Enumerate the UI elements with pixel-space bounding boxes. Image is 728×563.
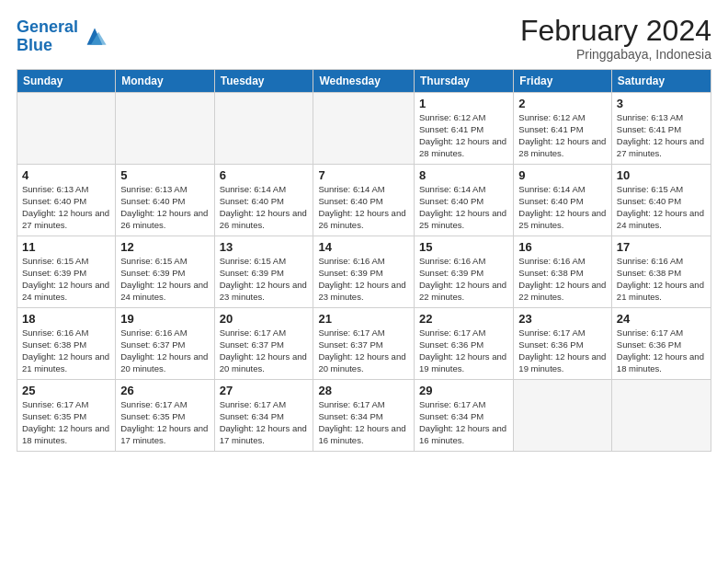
logo-text-line2: Blue	[17, 37, 78, 55]
calendar-day-cell: 19Sunrise: 6:16 AMSunset: 6:37 PMDayligh…	[116, 308, 214, 380]
day-info: Sunrise: 6:16 AMSunset: 6:39 PMDaylight:…	[419, 256, 508, 303]
subtitle: Pringgabaya, Indonesia	[520, 47, 711, 62]
day-info: Sunrise: 6:17 AMSunset: 6:36 PMDaylight:…	[518, 327, 607, 374]
weekday-header-row: SundayMondayTuesdayWednesdayThursdayFrid…	[17, 70, 711, 93]
calendar-day-cell: 8Sunrise: 6:14 AMSunset: 6:40 PMDaylight…	[415, 165, 514, 236]
calendar-day-cell: 28Sunrise: 6:17 AMSunset: 6:34 PMDayligh…	[313, 380, 415, 452]
day-number: 24	[617, 312, 706, 326]
calendar-week-row: 4Sunrise: 6:13 AMSunset: 6:40 PMDaylight…	[17, 165, 711, 236]
calendar-day-cell: 16Sunrise: 6:16 AMSunset: 6:38 PMDayligh…	[514, 236, 612, 308]
calendar-day-cell: 5Sunrise: 6:13 AMSunset: 6:40 PMDaylight…	[116, 165, 214, 236]
day-number: 11	[22, 240, 110, 254]
calendar-day-cell: 27Sunrise: 6:17 AMSunset: 6:34 PMDayligh…	[214, 380, 313, 452]
day-number: 21	[318, 312, 409, 326]
day-info: Sunrise: 6:16 AMSunset: 6:39 PMDaylight:…	[318, 256, 409, 303]
day-number: 25	[22, 384, 110, 397]
calendar-day-cell: 23Sunrise: 6:17 AMSunset: 6:36 PMDayligh…	[514, 308, 612, 380]
day-number: 7	[318, 168, 409, 182]
calendar-day-cell: 25Sunrise: 6:17 AMSunset: 6:35 PMDayligh…	[17, 380, 116, 452]
header: General Blue February 2024 Pringgabaya, …	[17, 15, 711, 62]
calendar-day-cell: 21Sunrise: 6:17 AMSunset: 6:37 PMDayligh…	[313, 308, 415, 380]
day-info: Sunrise: 6:14 AMSunset: 6:40 PMDaylight:…	[419, 184, 508, 231]
day-number: 20	[220, 312, 309, 326]
calendar-day-cell	[116, 93, 214, 165]
day-number: 9	[518, 168, 607, 182]
day-info: Sunrise: 6:14 AMSunset: 6:40 PMDaylight:…	[518, 184, 607, 231]
calendar-day-cell: 20Sunrise: 6:17 AMSunset: 6:37 PMDayligh…	[214, 308, 313, 380]
day-info: Sunrise: 6:15 AMSunset: 6:40 PMDaylight:…	[617, 184, 706, 231]
calendar-day-cell: 11Sunrise: 6:15 AMSunset: 6:39 PMDayligh…	[17, 236, 116, 308]
calendar-day-cell: 26Sunrise: 6:17 AMSunset: 6:35 PMDayligh…	[116, 380, 214, 452]
day-info: Sunrise: 6:16 AMSunset: 6:38 PMDaylight:…	[518, 256, 607, 303]
day-number: 5	[120, 168, 209, 182]
day-number: 26	[120, 384, 209, 397]
day-info: Sunrise: 6:13 AMSunset: 6:40 PMDaylight:…	[120, 184, 209, 231]
calendar-day-cell: 18Sunrise: 6:16 AMSunset: 6:38 PMDayligh…	[17, 308, 116, 380]
calendar-day-cell: 1Sunrise: 6:12 AMSunset: 6:41 PMDaylight…	[415, 93, 514, 165]
day-info: Sunrise: 6:17 AMSunset: 6:34 PMDaylight:…	[419, 399, 508, 446]
day-number: 29	[419, 384, 508, 397]
day-info: Sunrise: 6:17 AMSunset: 6:34 PMDaylight:…	[318, 399, 409, 446]
calendar-day-cell: 12Sunrise: 6:15 AMSunset: 6:39 PMDayligh…	[116, 236, 214, 308]
day-number: 4	[22, 168, 110, 182]
day-info: Sunrise: 6:17 AMSunset: 6:35 PMDaylight:…	[120, 399, 209, 446]
day-info: Sunrise: 6:12 AMSunset: 6:41 PMDaylight:…	[419, 112, 508, 159]
day-info: Sunrise: 6:15 AMSunset: 6:39 PMDaylight:…	[120, 256, 209, 303]
weekday-header-cell: Sunday	[17, 70, 116, 93]
day-number: 23	[518, 312, 607, 326]
calendar-body: 1Sunrise: 6:12 AMSunset: 6:41 PMDaylight…	[17, 93, 711, 452]
day-info: Sunrise: 6:15 AMSunset: 6:39 PMDaylight:…	[22, 256, 110, 303]
logo-icon	[82, 24, 108, 50]
calendar-day-cell: 2Sunrise: 6:12 AMSunset: 6:41 PMDaylight…	[514, 93, 612, 165]
day-number: 27	[220, 384, 309, 397]
day-number: 17	[617, 240, 706, 254]
calendar-day-cell: 3Sunrise: 6:13 AMSunset: 6:41 PMDaylight…	[611, 93, 711, 165]
day-info: Sunrise: 6:14 AMSunset: 6:40 PMDaylight:…	[220, 184, 309, 231]
day-number: 12	[120, 240, 209, 254]
day-number: 13	[220, 240, 309, 254]
day-number: 1	[419, 97, 508, 110]
day-info: Sunrise: 6:17 AMSunset: 6:37 PMDaylight:…	[220, 327, 309, 374]
calendar-day-cell	[17, 93, 116, 165]
weekday-header-cell: Monday	[116, 70, 214, 93]
day-info: Sunrise: 6:15 AMSunset: 6:39 PMDaylight:…	[220, 256, 309, 303]
day-info: Sunrise: 6:13 AMSunset: 6:41 PMDaylight:…	[617, 112, 706, 159]
day-info: Sunrise: 6:16 AMSunset: 6:38 PMDaylight:…	[617, 256, 706, 303]
day-info: Sunrise: 6:17 AMSunset: 6:34 PMDaylight:…	[220, 399, 309, 446]
day-number: 3	[617, 97, 706, 110]
day-info: Sunrise: 6:17 AMSunset: 6:37 PMDaylight:…	[318, 327, 409, 374]
calendar-day-cell: 15Sunrise: 6:16 AMSunset: 6:39 PMDayligh…	[415, 236, 514, 308]
calendar-week-row: 25Sunrise: 6:17 AMSunset: 6:35 PMDayligh…	[17, 380, 711, 452]
calendar-table: SundayMondayTuesdayWednesdayThursdayFrid…	[17, 69, 711, 452]
calendar-day-cell: 10Sunrise: 6:15 AMSunset: 6:40 PMDayligh…	[611, 165, 711, 236]
weekday-header-cell: Wednesday	[313, 70, 415, 93]
day-info: Sunrise: 6:17 AMSunset: 6:35 PMDaylight:…	[22, 399, 110, 446]
day-info: Sunrise: 6:17 AMSunset: 6:36 PMDaylight:…	[617, 327, 706, 374]
day-number: 15	[419, 240, 508, 254]
calendar-day-cell: 17Sunrise: 6:16 AMSunset: 6:38 PMDayligh…	[611, 236, 711, 308]
weekday-header-cell: Tuesday	[214, 70, 313, 93]
day-number: 19	[120, 312, 209, 326]
calendar-week-row: 1Sunrise: 6:12 AMSunset: 6:41 PMDaylight…	[17, 93, 711, 165]
title-block: February 2024 Pringgabaya, Indonesia	[520, 15, 711, 62]
day-number: 22	[419, 312, 508, 326]
day-info: Sunrise: 6:12 AMSunset: 6:41 PMDaylight:…	[518, 112, 607, 159]
calendar-day-cell: 6Sunrise: 6:14 AMSunset: 6:40 PMDaylight…	[214, 165, 313, 236]
weekday-header-cell: Thursday	[415, 70, 514, 93]
day-info: Sunrise: 6:16 AMSunset: 6:38 PMDaylight:…	[22, 327, 110, 374]
day-info: Sunrise: 6:17 AMSunset: 6:36 PMDaylight:…	[419, 327, 508, 374]
calendar-week-row: 11Sunrise: 6:15 AMSunset: 6:39 PMDayligh…	[17, 236, 711, 308]
calendar-day-cell	[611, 380, 711, 452]
day-number: 2	[518, 97, 607, 110]
main-title: February 2024	[520, 15, 711, 47]
page: General Blue February 2024 Pringgabaya, …	[0, 0, 728, 563]
calendar-day-cell	[514, 380, 612, 452]
day-number: 28	[318, 384, 409, 397]
day-number: 16	[518, 240, 607, 254]
calendar-day-cell: 22Sunrise: 6:17 AMSunset: 6:36 PMDayligh…	[415, 308, 514, 380]
logo-text-line1: General	[17, 18, 78, 37]
calendar-week-row: 18Sunrise: 6:16 AMSunset: 6:38 PMDayligh…	[17, 308, 711, 380]
day-number: 8	[419, 168, 508, 182]
calendar-day-cell: 7Sunrise: 6:14 AMSunset: 6:40 PMDaylight…	[313, 165, 415, 236]
day-number: 6	[220, 168, 309, 182]
